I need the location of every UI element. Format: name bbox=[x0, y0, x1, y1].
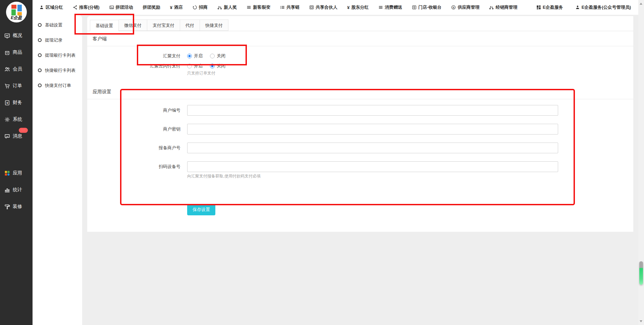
finance-icon bbox=[4, 100, 10, 106]
topnav-label: 经销商管理 bbox=[495, 4, 517, 10]
radio-checked-icon bbox=[210, 64, 215, 68]
sidebar-item-apps[interactable]: 应用 bbox=[0, 165, 33, 181]
report-merchant-row: 报备商户号 bbox=[87, 143, 633, 153]
settings-submenu: 基础设置 提现记录 提现银行卡列表 快捷银行卡列表 快捷支付订单 bbox=[33, 15, 82, 325]
apps-icon bbox=[4, 170, 10, 176]
topnav-label: 门店-收银台 bbox=[418, 4, 441, 10]
topnav-item-shareholder-dividend[interactable]: ¥ 股东分红 bbox=[347, 4, 369, 10]
vertical-scrollbar[interactable] bbox=[638, 0, 644, 325]
sidebar-item-orders[interactable]: 订单 bbox=[0, 77, 33, 94]
radio-option-label: 关闭 bbox=[217, 63, 225, 69]
topnav-item-supplier-management[interactable]: 供应商管理 bbox=[451, 4, 479, 10]
system-icon bbox=[4, 117, 10, 122]
topnav-item-group-reward[interactable]: 拼团奖励 bbox=[143, 4, 160, 10]
tab-alipay[interactable]: 支付宝支付 bbox=[147, 19, 180, 31]
topnav-label: E企盈服务(公众号管理员) bbox=[582, 4, 631, 10]
share-icon bbox=[73, 5, 77, 10]
s-circle-icon bbox=[451, 5, 456, 10]
message-icon bbox=[4, 133, 10, 139]
report-merchant-input[interactable] bbox=[187, 143, 558, 153]
section-client-header: 客户端 bbox=[87, 31, 633, 46]
circle-icon bbox=[38, 84, 42, 87]
radio-option-disable[interactable]: 关闭 bbox=[210, 53, 225, 59]
goods-icon bbox=[4, 50, 10, 55]
radio-option-disable[interactable]: 关闭 bbox=[210, 63, 225, 69]
sidebar-item-label: 统计 bbox=[13, 187, 22, 193]
sidebar-item-members[interactable]: 会员 bbox=[0, 61, 33, 77]
field-label: 扫码设备号 bbox=[87, 164, 180, 170]
sidebar-item-system[interactable]: 系统 bbox=[0, 111, 33, 128]
tab-proxy-pay[interactable]: 代付 bbox=[180, 19, 200, 31]
topnav-item-dealer-management[interactable]: 经销商管理 bbox=[489, 4, 517, 10]
topnav-item-distribution[interactable]: 推客(分销) bbox=[73, 4, 100, 10]
menu-icon bbox=[247, 5, 251, 10]
radio-option-enable[interactable]: 开启 bbox=[187, 53, 203, 59]
scan-device-input[interactable] bbox=[187, 161, 558, 172]
topnav-label: 拼团活动 bbox=[116, 4, 133, 10]
sidebar-item-label: 消息 bbox=[13, 133, 22, 139]
topnav-item-hotel[interactable]: ¥ 酒店 bbox=[170, 4, 183, 10]
app-logo[interactable]: E企盈 bbox=[6, 2, 27, 22]
submenu-item-quickpay-orders[interactable]: 快捷支付订单 bbox=[33, 78, 82, 93]
topnav-service-entry[interactable]: E企盈服务 bbox=[536, 4, 563, 10]
grid-icon bbox=[536, 5, 541, 10]
submenu-item-basic-settings[interactable]: 基础设置 bbox=[33, 17, 82, 33]
field-label: 商户密钥 bbox=[87, 126, 180, 132]
radio-option-enable[interactable]: 开启 bbox=[187, 63, 203, 69]
decorate-icon bbox=[4, 204, 10, 210]
tab-wechat-pay[interactable]: 微信支付 bbox=[119, 19, 147, 31]
sidebar-item-goods[interactable]: 商品 bbox=[0, 44, 33, 61]
sidebar-item-decorate[interactable]: 装修 bbox=[0, 198, 33, 215]
topnav-item-share-chain[interactable]: 共享链 bbox=[280, 4, 300, 10]
list-icon bbox=[280, 5, 285, 10]
submenu-label: 快捷支付订单 bbox=[45, 83, 71, 89]
topnav-item-newcomer-award[interactable]: 新人奖 bbox=[217, 4, 237, 10]
radio-unchecked-icon bbox=[210, 54, 215, 58]
topnav-item-region-dividend[interactable]: 区域分红 bbox=[39, 4, 63, 10]
submenu-item-withdraw-records[interactable]: 提现记录 bbox=[33, 33, 82, 48]
submenu-item-withdraw-bankcards[interactable]: 提现银行卡列表 bbox=[33, 48, 82, 63]
sidebar-item-overview[interactable]: 概况 bbox=[0, 27, 33, 44]
field-hint: 向汇聚支付报备获取,使用付款码支付必填 bbox=[187, 173, 633, 179]
menu-icon bbox=[378, 5, 383, 10]
tab-basic-settings[interactable]: 基础设置 bbox=[90, 20, 119, 31]
scroll-up-arrow[interactable] bbox=[640, 3, 642, 5]
topnav-label: 新客裂变 bbox=[253, 4, 270, 10]
moto-icon bbox=[489, 5, 494, 10]
yen-icon: ¥ bbox=[347, 5, 350, 10]
save-settings-button[interactable]: 保存设置 bbox=[187, 204, 215, 215]
radio-option-label: 关闭 bbox=[217, 53, 225, 59]
topnav-item-consumption-gift[interactable]: 消费赠送 bbox=[378, 4, 402, 10]
scroll-down-arrow[interactable] bbox=[640, 320, 642, 322]
submenu-item-quickpay-bankcards[interactable]: 快捷银行卡列表 bbox=[33, 63, 82, 78]
radio-checked-icon bbox=[187, 54, 192, 58]
topnav-item-store-cashier[interactable]: 门店-收银台 bbox=[412, 4, 441, 10]
scrollbar-thumb[interactable] bbox=[639, 261, 643, 285]
topnav-item-new-customer-fission[interactable]: 新客裂变 bbox=[247, 4, 270, 10]
primary-sidebar: E企盈 概况 商品 会员 订单 财务 系统 消息 ··· 应用 统计 装修 bbox=[0, 0, 33, 325]
sidebar-item-messages[interactable]: 消息 ··· bbox=[0, 128, 33, 145]
store-icon bbox=[412, 5, 417, 10]
overview-icon bbox=[4, 33, 10, 39]
sidebar-item-finance[interactable]: 财务 bbox=[0, 94, 33, 111]
field-label: 汇聚云闪付支付 bbox=[87, 63, 180, 69]
tab-quick-pay[interactable]: 快捷支付 bbox=[200, 19, 228, 31]
scan-device-row: 扫码设备号 bbox=[87, 161, 633, 172]
topnav-item-investment[interactable]: 招商 bbox=[193, 4, 208, 10]
field-label: 汇聚支付 bbox=[87, 53, 180, 59]
members-icon bbox=[4, 66, 10, 72]
moto-icon bbox=[217, 5, 222, 10]
submenu-label: 基础设置 bbox=[45, 22, 62, 28]
topnav-label: 推客(分销) bbox=[79, 4, 100, 10]
logo-text: E企盈 bbox=[6, 15, 27, 21]
top-navbar: 区域分红 推客(分销) 拼团活动 拼团奖励 ¥ 酒店 招商 新人奖 新客裂变 bbox=[33, 0, 638, 15]
merchant-id-input[interactable] bbox=[187, 105, 558, 116]
sidebar-item-stats[interactable]: 统计 bbox=[0, 181, 33, 198]
sidebar-item-label: 装修 bbox=[13, 204, 22, 210]
topnav-account-menu[interactable]: E企盈服务(公众号管理员) bbox=[575, 4, 631, 10]
merchant-key-input[interactable] bbox=[187, 124, 558, 134]
topnav-item-share-partner[interactable]: 共享合伙人 bbox=[309, 4, 337, 10]
circle-icon bbox=[38, 68, 42, 72]
topnav-item-group-activity[interactable]: 拼团活动 bbox=[109, 4, 133, 10]
huiju-unionpay-row: 汇聚云闪付支付 开启 关闭 bbox=[87, 63, 633, 69]
